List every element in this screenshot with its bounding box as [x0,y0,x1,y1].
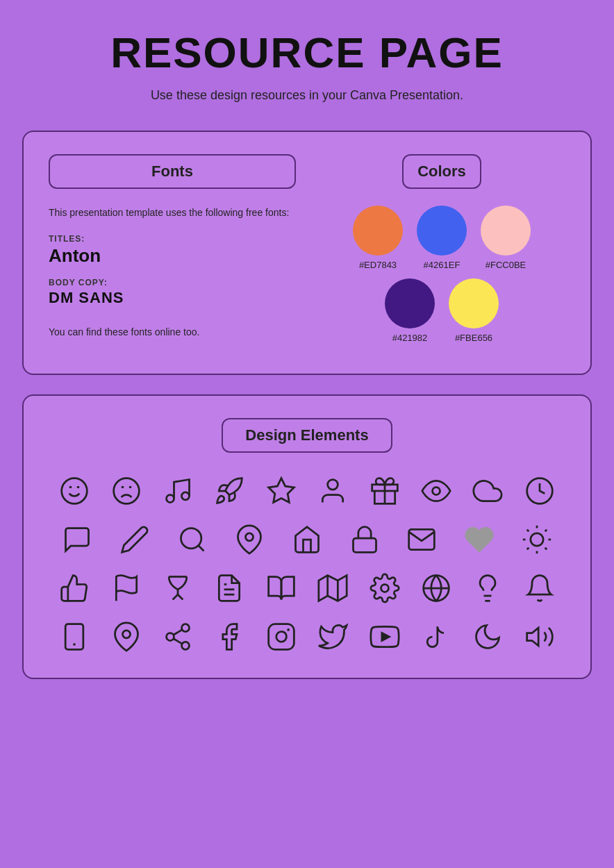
title-font-name: Anton [49,245,296,267]
mobile-icon [56,618,93,656]
pencil-icon [116,521,154,558]
title-font-label: TITLES: [49,234,296,244]
color-row-2: #421982 #FBE656 [385,278,499,343]
color-circle-yellow [449,278,499,328]
svg-point-16 [246,533,254,541]
icons-row-2 [49,521,565,558]
svg-point-43 [166,633,174,641]
svg-marker-31 [319,576,347,601]
svg-point-42 [181,624,189,632]
icons-grid [49,472,565,656]
location-icon [108,618,145,656]
svg-point-7 [181,492,189,500]
svg-line-26 [545,530,547,532]
smiley-icon [56,472,93,510]
fonts-header: Fonts [49,154,296,189]
trophy-icon [159,569,197,607]
map-icon [314,569,351,607]
color-label-purple: #421982 [392,333,428,343]
svg-line-46 [174,630,183,635]
rocket-icon [210,472,248,510]
heart-icon [460,521,498,558]
color-circle-orange [353,206,403,256]
svg-point-6 [166,495,174,503]
design-elements-header: Design Elements [222,418,392,453]
lock-icon [346,521,383,558]
fonts-description: This presentation template uses the foll… [49,206,296,220]
color-circle-pink [481,206,531,256]
svg-marker-8 [268,478,294,503]
gear-icon [366,569,404,607]
svg-point-14 [181,528,201,549]
youtube-icon [366,618,404,656]
icons-row-3 [49,569,565,607]
page-title: RESOURCE PAGE [110,28,504,77]
colors-header: Colors [402,154,481,189]
svg-marker-49 [381,633,389,640]
tiktok-icon [417,618,455,656]
globe-icon [417,569,455,607]
svg-line-22 [545,548,547,550]
share-icon [159,618,197,656]
color-circle-blue [417,206,467,256]
design-elements-card: Design Elements [22,394,592,679]
document-icon [210,569,248,607]
svg-rect-17 [353,538,376,552]
color-label-orange: #ED7843 [359,260,397,270]
color-swatch-purple: #421982 [385,278,435,343]
icons-row-1 [49,472,565,510]
star-icon [263,472,300,510]
body-font-label: BODY COPY: [49,278,296,287]
color-row-1: #ED7843 #4261EF #FCC0BE [353,206,531,270]
clock-icon [521,472,558,510]
svg-point-0 [62,478,88,504]
color-circle-purple [385,278,435,328]
flag-icon [108,569,145,607]
page-subtitle: Use these design resources in your Canva… [151,88,463,103]
color-swatch-yellow: #FBE656 [449,278,499,343]
svg-point-9 [328,480,338,490]
search-icon [174,521,211,558]
person-icon [314,472,351,510]
colors-section: Colors #ED7843 #4261EF #FCC0BE #421982 [318,154,565,351]
bell-icon [521,569,558,607]
color-label-blue: #4261EF [424,260,460,270]
svg-line-21 [526,530,529,532]
svg-line-45 [174,639,183,644]
sad-icon [108,472,145,510]
megaphone-icon [521,618,558,656]
svg-point-12 [432,487,440,495]
svg-line-15 [198,546,204,551]
svg-point-3 [113,478,139,504]
svg-rect-47 [268,624,294,650]
thumbs-up-icon [56,569,93,607]
color-swatch-pink: #FCC0BE [481,206,531,270]
cloud-icon [469,472,506,510]
color-swatch-orange: #ED7843 [353,206,403,270]
color-swatch-blue: #4261EF [417,206,467,270]
mail-icon [403,521,440,558]
fonts-section: Fonts This presentation template uses th… [49,154,296,351]
moon-icon [469,618,506,656]
svg-point-18 [530,533,542,546]
color-label-yellow: #FBE656 [455,333,492,343]
icons-row-4 [49,618,565,656]
eye-icon [417,472,455,510]
svg-point-34 [381,585,388,592]
sun-icon [518,521,556,558]
home-icon [288,521,326,558]
twitter-icon [314,618,351,656]
book-icon [263,569,300,607]
color-label-pink: #FCC0BE [486,260,526,270]
svg-point-41 [122,631,130,638]
speech-bubble-icon [58,521,96,558]
fonts-colors-card: Fonts This presentation template uses th… [22,131,592,375]
svg-line-25 [526,548,529,550]
title-font-item: TITLES: Anton [49,234,296,278]
instagram-icon [263,618,300,656]
music-icon [159,472,197,510]
bulb-icon [469,569,506,607]
pin-icon [231,521,268,558]
svg-point-44 [181,642,189,649]
body-font-name: DM SANS [49,289,296,307]
